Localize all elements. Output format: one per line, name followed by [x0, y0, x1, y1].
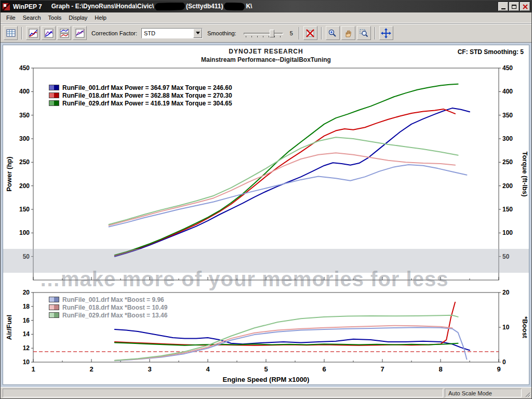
svg-text:Engine Speed (RPM x1000): Engine Speed (RPM x1000)	[223, 376, 310, 383]
statusbar: Auto Scale Mode	[1, 387, 531, 398]
smoothing-slider[interactable]	[243, 28, 284, 38]
chart-header: DYNOJET RESEARCH Mainstream Performance-…	[3, 48, 529, 63]
svg-text:400: 400	[502, 88, 513, 95]
correction-factor-select[interactable]: STD	[141, 28, 203, 38]
svg-text:300: 300	[502, 135, 513, 142]
legend-swatch	[49, 85, 59, 90]
menu-help[interactable]: Help	[91, 14, 110, 22]
legend-label: RunFile_029.drf Max Power = 416.19 Max T…	[62, 100, 232, 107]
cf-smoothing-status: CF: STD Smoothing: 5	[458, 48, 524, 56]
pan-button[interactable]	[341, 26, 355, 40]
legend-item: RunFile_029.drf Max *Boost = 13.46	[49, 311, 167, 319]
correction-factor-value: STD	[142, 30, 193, 36]
legend-swatch	[49, 304, 59, 310]
slider-thumb[interactable]	[270, 30, 274, 37]
title-user: (Scttydb411)	[186, 3, 223, 10]
menubar: File Search Tools Display Help	[1, 12, 531, 23]
graph-view-1-button[interactable]	[26, 26, 40, 40]
slider-tick	[263, 36, 263, 37]
graph-icon	[29, 29, 38, 38]
move-axes-button[interactable]	[379, 26, 393, 40]
svg-text:400: 400	[19, 88, 30, 95]
slider-groove	[244, 33, 283, 35]
close-icon	[523, 4, 528, 9]
menu-display[interactable]: Display	[65, 14, 91, 22]
close-graph-button[interactable]	[303, 26, 317, 40]
zoom-window-button[interactable]	[357, 26, 371, 40]
legend-label: RunFile_029.drf Max *Boost = 13.46	[62, 312, 167, 319]
graph-view-4-button[interactable]	[73, 26, 87, 40]
svg-text:150: 150	[19, 206, 30, 213]
smoothing-value: 5	[288, 30, 295, 36]
boost-chart-legend: RunFile_001.drf Max *Boost = 9.96 RunFil…	[49, 296, 167, 319]
slider-tick	[274, 36, 275, 37]
svg-text:100: 100	[502, 229, 513, 236]
legend-swatch	[49, 297, 59, 302]
graph-icon	[44, 29, 54, 38]
winpep-window: WinPEP 7 Graph - E:\DynoRuns\Honda\Civic…	[0, 0, 532, 399]
svg-text:50: 50	[502, 253, 510, 260]
svg-text:300: 300	[19, 135, 30, 142]
toolbar-separator	[321, 27, 322, 39]
combo-dropdown-button[interactable]	[193, 29, 202, 38]
zoom-in-button[interactable]	[326, 26, 340, 40]
close-button[interactable]	[520, 2, 530, 11]
svg-text:250: 250	[19, 158, 30, 166]
menu-file[interactable]: File	[3, 14, 19, 22]
title-path: Graph - E:\DynoRuns\Honda\Civic\	[51, 3, 154, 10]
move-axes-icon	[381, 28, 391, 38]
redaction-scribble	[155, 3, 185, 10]
legend-label: RunFile_001.drf Max Power = 364.97 Max T…	[62, 84, 232, 91]
svg-text:250: 250	[502, 158, 513, 166]
shop-subtitle: Mainstream Performance--DigitalBoxTuning	[3, 56, 529, 63]
window-controls	[498, 2, 530, 11]
svg-text:150: 150	[502, 206, 513, 213]
svg-text:20: 20	[502, 289, 510, 296]
window-title-app: WinPEP 7	[13, 3, 42, 10]
minimize-button[interactable]	[498, 2, 508, 11]
svg-text:6: 6	[322, 365, 326, 373]
power-chart-legend: RunFile_001.drf Max Power = 364.97 Max T…	[49, 84, 232, 107]
title-path-end: K\	[246, 3, 252, 10]
window-title-doc: Graph - E:\DynoRuns\Honda\Civic\(Scttydb…	[51, 3, 495, 10]
svg-text:450: 450	[502, 64, 513, 72]
svg-text:Air/Fuel: Air/Fuel	[5, 315, 13, 340]
legend-label: RunFile_018.drf Max *Boost = 10.49	[62, 304, 167, 311]
app-icon	[2, 3, 10, 11]
svg-text:9: 9	[497, 365, 500, 373]
scale-mode-status: Auto Scale Mode	[445, 389, 522, 397]
toolbar-separator	[375, 27, 376, 39]
menu-search[interactable]: Search	[19, 14, 45, 22]
runlog-button[interactable]	[4, 26, 18, 40]
svg-text:450: 450	[19, 64, 30, 72]
svg-text:Torque (ft-lbs): Torque (ft-lbs)	[521, 151, 528, 196]
maximize-icon	[512, 5, 516, 9]
svg-text:4: 4	[206, 365, 210, 373]
svg-text:*Boost: *Boost	[521, 316, 528, 339]
legend-swatch	[49, 92, 59, 98]
correction-factor-label: Correction Factor:	[91, 30, 137, 36]
chart-panel: DYNOJET RESEARCH Mainstream Performance-…	[3, 45, 529, 385]
resize-grip[interactable]	[523, 389, 530, 397]
graph-view-3-button[interactable]	[57, 26, 71, 40]
svg-text:350: 350	[19, 112, 30, 119]
graph-icon	[60, 29, 69, 38]
graph-view-2-button[interactable]	[42, 26, 56, 40]
smoothing-label: Smoothing:	[207, 30, 236, 36]
svg-text:12: 12	[23, 344, 30, 352]
svg-text:1: 1	[31, 365, 35, 373]
toolbar: Correction Factor: STD Smoothing: 5	[1, 23, 531, 43]
menu-tools[interactable]: Tools	[45, 14, 65, 22]
svg-text:16: 16	[23, 317, 30, 324]
legend-label: RunFile_001.drf Max *Boost = 9.96	[62, 296, 164, 303]
legend-item: RunFile_018.drf Max *Boost = 10.49	[49, 303, 167, 311]
svg-text:200: 200	[19, 182, 30, 190]
slider-tick	[251, 36, 252, 37]
maximize-button[interactable]	[509, 2, 519, 11]
svg-text:0: 0	[502, 358, 506, 366]
titlebar[interactable]: WinPEP 7 Graph - E:\DynoRuns\Honda\Civic…	[1, 1, 531, 12]
svg-text:7: 7	[380, 365, 384, 373]
legend-item: RunFile_001.drf Max *Boost = 9.96	[49, 296, 167, 303]
legend-item: RunFile_018.drf Max Power = 362.88 Max T…	[49, 91, 232, 99]
slider-tick	[257, 36, 258, 37]
